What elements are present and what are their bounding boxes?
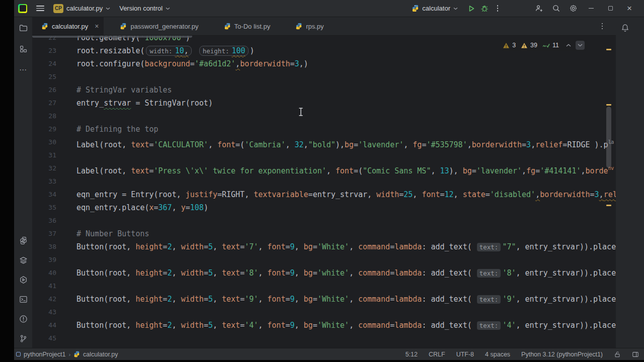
indent-widget[interactable]: 4 spaces — [485, 351, 510, 358]
code-line[interactable]: eqn_entry.place(x=367, y=108) — [76, 201, 616, 214]
code-token: width — [376, 190, 399, 199]
code-line[interactable] — [76, 110, 616, 123]
previous-problem-button[interactable] — [564, 41, 573, 50]
line-ending-widget[interactable]: CRLF — [429, 351, 445, 358]
code-line[interactable]: Label(root, text='CALCULATOR', font=('Ca… — [76, 136, 616, 149]
breadcrumb-file[interactable]: calculator.py — [83, 351, 118, 358]
code-line[interactable] — [76, 70, 616, 83]
git-tool-button[interactable] — [18, 333, 29, 344]
breadcrumb-project[interactable]: pythonProject1 — [24, 351, 65, 358]
line-number[interactable]: 31 — [48, 149, 56, 162]
vcs-widget[interactable]: Version control — [119, 5, 170, 12]
line-number[interactable]: 45 — [48, 332, 56, 345]
run-button[interactable] — [465, 2, 478, 15]
inspections-widget[interactable]: 3 39 11 — [500, 40, 588, 51]
line-number[interactable]: 29 — [48, 123, 56, 136]
warning-stripe-mark[interactable] — [606, 49, 611, 50]
line-number[interactable]: 24 — [48, 57, 56, 70]
line-number[interactable]: 30 — [48, 136, 56, 149]
code-with-me-button[interactable] — [532, 2, 545, 15]
line-number[interactable]: 32 — [48, 162, 56, 175]
code-token: = — [390, 268, 394, 278]
debug-button[interactable] — [478, 2, 491, 15]
structure-tool-button[interactable] — [18, 43, 29, 54]
project-tool-button[interactable] — [18, 22, 29, 33]
line-number[interactable]: 33 — [48, 175, 56, 188]
tab-calculator[interactable]: calculator.py × — [32, 17, 104, 35]
search-everywhere-button[interactable] — [549, 2, 562, 15]
code-area[interactable]: root.geometry('1000x700')root.resizable(… — [76, 36, 616, 348]
warning-stripe-mark[interactable] — [606, 205, 611, 206]
line-number[interactable]: 25 — [48, 70, 56, 83]
line-number[interactable]: 39 — [48, 253, 56, 266]
project-widget[interactable]: CP calculator.py — [53, 4, 110, 13]
line-number[interactable]: 40 — [48, 266, 56, 280]
line-number[interactable]: 44 — [48, 319, 56, 332]
lock-open-icon[interactable] — [614, 351, 621, 358]
notifications-bell-button[interactable] — [619, 22, 630, 33]
line-number[interactable]: 36 — [48, 214, 56, 227]
typo-count: 11 — [552, 42, 559, 49]
left-tool-stripe: ⋯ — [14, 17, 32, 348]
code-line[interactable]: Button(root, height=2, width=5, text='4'… — [76, 319, 616, 332]
line-number[interactable]: 23 — [48, 44, 56, 57]
main-menu-button[interactable] — [36, 6, 44, 11]
code-line[interactable] — [76, 332, 616, 345]
tab-todo-list[interactable]: To-Do list.py — [215, 17, 280, 35]
maximize-icon — [608, 6, 613, 11]
line-number[interactable]: 34 — [48, 188, 56, 201]
code-line[interactable]: root.configure(background='#a6d1d2',bord… — [76, 57, 616, 70]
run-tool-button[interactable] — [18, 274, 29, 285]
tab-rps[interactable]: rps.py — [286, 17, 333, 35]
code-line[interactable]: # Number Buttons — [76, 227, 616, 240]
horizontal-scrollbar[interactable] — [32, 36, 192, 38]
code-line[interactable]: # Defining the top — [76, 123, 616, 136]
code-line[interactable] — [76, 253, 616, 266]
line-number[interactable]: 41 — [48, 280, 56, 293]
caret-position-widget[interactable]: 5:12 — [406, 351, 418, 358]
code-line[interactable] — [76, 175, 616, 188]
code-line[interactable] — [76, 280, 616, 293]
project-file-label: calculator.py — [66, 5, 103, 12]
code-line[interactable]: entry_strvar = StringVar(root) — [76, 97, 616, 110]
line-number[interactable]: 35 — [48, 201, 56, 214]
problems-tool-button[interactable] — [18, 313, 29, 324]
python-packages-tool-button[interactable] — [18, 235, 29, 246]
code-line[interactable]: Button(root, height=2, width=5, text='9'… — [76, 293, 616, 306]
line-number[interactable]: 42 — [48, 293, 56, 306]
terminal-tool-button[interactable] — [18, 294, 29, 305]
run-configuration-selector[interactable]: calculator — [412, 5, 458, 12]
services-layers-tool-button[interactable] — [18, 254, 29, 265]
code-line[interactable]: eqn_entry = Entry(root, justify=RIGHT, t… — [76, 188, 616, 201]
close-button[interactable]: × — [622, 2, 637, 15]
tab-password-generator[interactable]: password_generator.py — [111, 17, 207, 35]
line-number[interactable]: 38 — [48, 240, 56, 253]
settings-button[interactable] — [567, 2, 580, 15]
encoding-widget[interactable]: UTF-8 — [456, 351, 474, 358]
code-line[interactable]: Label(root, text='Press \'x\' twice for … — [76, 162, 616, 175]
close-tab-icon[interactable]: × — [95, 22, 99, 30]
line-number[interactable]: 37 — [48, 227, 56, 240]
line-number[interactable]: 26 — [48, 83, 56, 97]
warning-stripe-mark[interactable] — [606, 104, 611, 106]
minimize-button[interactable] — [584, 2, 599, 15]
layout-icon[interactable] — [632, 351, 639, 358]
code-editor[interactable]: 2223242526272829303132333435363738394041… — [32, 36, 616, 348]
line-number[interactable]: 27 — [48, 97, 56, 110]
more-tool-windows-button[interactable]: ⋯ — [18, 64, 29, 75]
code-line[interactable]: Button(root, height=2, width=5, text='8'… — [76, 266, 616, 280]
code-line[interactable] — [76, 149, 616, 162]
maximize-button[interactable] — [603, 2, 618, 15]
code-token: = — [190, 59, 195, 68]
code-line[interactable]: Button(root, height=2, width=5, text='7'… — [76, 240, 616, 253]
line-number[interactable]: 28 — [48, 110, 56, 123]
code-line[interactable] — [76, 306, 616, 319]
more-actions-button[interactable] — [491, 2, 504, 15]
line-number[interactable]: 43 — [48, 306, 56, 319]
vertical-scrollbar[interactable] — [606, 107, 611, 168]
code-line[interactable]: # StringVar variables — [76, 83, 616, 97]
next-problem-button[interactable] — [576, 41, 585, 50]
code-line[interactable] — [76, 214, 616, 227]
interpreter-widget[interactable]: Python 3.12 (pythonProject1) — [521, 351, 603, 358]
tab-options-kebab-icon[interactable] — [602, 23, 603, 30]
